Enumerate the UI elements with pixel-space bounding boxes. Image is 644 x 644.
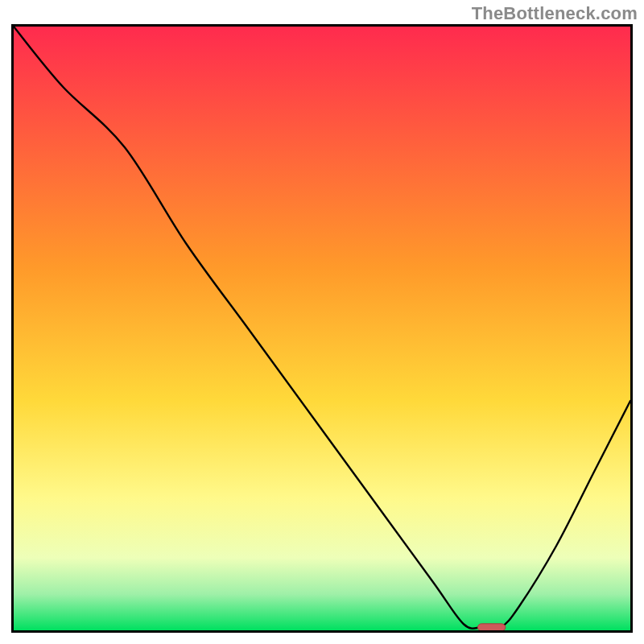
chart-background-gradient: [14, 27, 630, 630]
optimum-marker: [477, 624, 506, 631]
watermark-text: TheBottleneck.com: [472, 3, 638, 24]
chart-container: [11, 24, 633, 633]
bottleneck-chart: [11, 24, 633, 633]
